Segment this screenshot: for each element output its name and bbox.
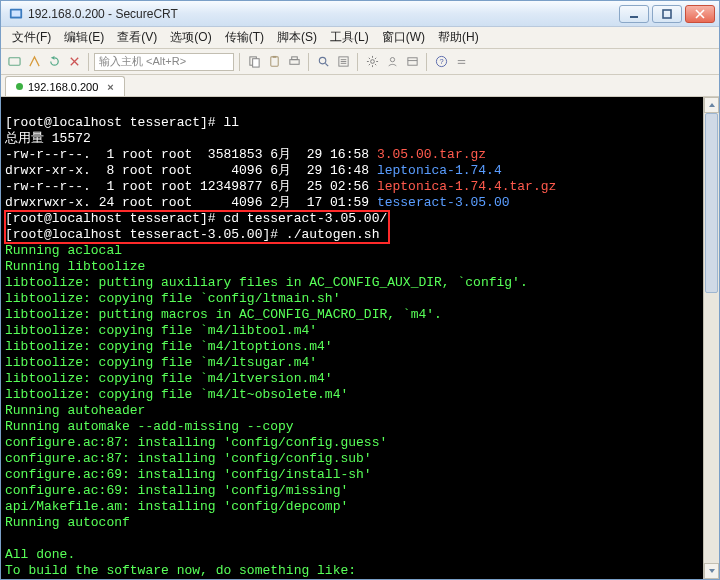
menu-script[interactable]: 脚本(S) <box>272 27 322 48</box>
scroll-down-icon[interactable] <box>704 563 719 579</box>
svg-rect-6 <box>252 59 259 67</box>
scroll-track[interactable] <box>704 113 719 563</box>
minimize-button[interactable] <box>619 5 649 23</box>
window-title: 192.168.0.200 - SecureCRT <box>28 7 619 21</box>
menubar: 文件(F) 编辑(E) 查看(V) 选项(O) 传输(T) 脚本(S) 工具(L… <box>1 27 719 49</box>
highlight-box-cd: [root@localhost tesseract]# cd tesseract… <box>5 211 389 243</box>
ls-output: -rw-r--r--. 1 root root 3581853 6月 29 16… <box>5 147 556 210</box>
session-tab[interactable]: 192.168.0.200 × <box>5 76 125 96</box>
menu-transfer[interactable]: 传输(T) <box>220 27 269 48</box>
properties-icon[interactable] <box>334 53 352 71</box>
user-icon[interactable] <box>383 53 401 71</box>
svg-rect-2 <box>630 16 638 18</box>
scroll-up-icon[interactable] <box>704 97 719 113</box>
svg-rect-1 <box>12 10 21 16</box>
tab-label: 192.168.0.200 <box>28 81 98 93</box>
tab-close-icon[interactable]: × <box>107 81 113 93</box>
terminal[interactable]: [root@localhost tesseract]# ll 总用量 15572… <box>1 97 719 579</box>
svg-point-14 <box>390 58 394 62</box>
svg-text:?: ? <box>439 57 443 66</box>
connection-status-icon <box>16 83 23 90</box>
close-button[interactable] <box>685 5 715 23</box>
toolbar: 输入主机 <Alt+R> ? <box>1 49 719 75</box>
sessions-icon[interactable] <box>403 53 421 71</box>
host-input[interactable]: 输入主机 <Alt+R> <box>94 53 234 71</box>
svg-point-11 <box>319 57 326 63</box>
copy-icon[interactable] <box>245 53 263 71</box>
menu-tools[interactable]: 工具(L) <box>325 27 374 48</box>
svg-rect-4 <box>8 58 19 65</box>
app-icon <box>9 7 23 21</box>
autogen-output: Running aclocal Running libtoolize libto… <box>5 243 528 578</box>
paste-icon[interactable] <box>265 53 283 71</box>
svg-rect-9 <box>289 60 298 65</box>
titlebar: 192.168.0.200 - SecureCRT <box>1 1 719 27</box>
scroll-thumb[interactable] <box>705 113 718 293</box>
toolbar-overflow-icon[interactable] <box>452 53 470 71</box>
menu-file[interactable]: 文件(F) <box>7 27 56 48</box>
svg-rect-15 <box>407 58 416 65</box>
reconnect-icon[interactable] <box>45 53 63 71</box>
svg-point-13 <box>370 60 374 64</box>
svg-rect-3 <box>663 10 671 18</box>
find-icon[interactable] <box>314 53 332 71</box>
svg-rect-7 <box>270 57 277 66</box>
menu-options[interactable]: 选项(O) <box>165 27 216 48</box>
quick-connect-icon[interactable] <box>25 53 43 71</box>
svg-rect-10 <box>291 57 297 60</box>
menu-view[interactable]: 查看(V) <box>112 27 162 48</box>
help-icon[interactable]: ? <box>432 53 450 71</box>
print-icon[interactable] <box>285 53 303 71</box>
disconnect-icon[interactable] <box>65 53 83 71</box>
total-line: 总用量 15572 <box>5 131 91 146</box>
connect-icon[interactable] <box>5 53 23 71</box>
svg-rect-8 <box>272 56 276 58</box>
tabstrip: 192.168.0.200 × <box>1 75 719 97</box>
cmd-ll: ll <box>223 115 239 130</box>
menu-window[interactable]: 窗口(W) <box>377 27 430 48</box>
menu-edit[interactable]: 编辑(E) <box>59 27 109 48</box>
prompt: [root@localhost tesseract]# <box>5 115 223 130</box>
scrollbar[interactable] <box>703 97 719 579</box>
maximize-button[interactable] <box>652 5 682 23</box>
settings-icon[interactable] <box>363 53 381 71</box>
menu-help[interactable]: 帮助(H) <box>433 27 484 48</box>
